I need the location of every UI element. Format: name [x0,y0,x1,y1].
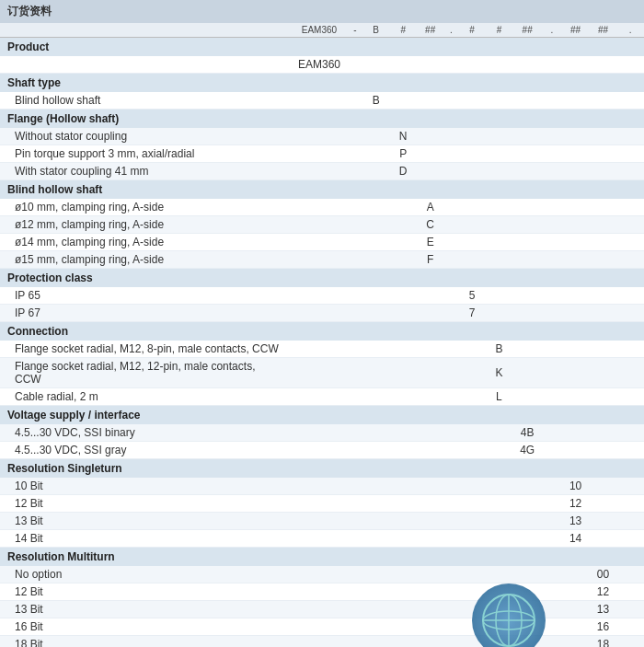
row-cell [486,566,512,583]
model-row: EAM360 [0,56,644,74]
row-cell [348,618,362,636]
row-cell [458,495,485,513]
row-cell [389,530,417,548]
row-cell [542,163,561,180]
model-cell [362,56,389,74]
section-row: Voltage supply / interface [0,406,644,425]
row-cell [562,601,590,618]
data-row: 13 Bit13 [0,513,644,530]
row-cell [291,513,348,530]
row-cell [458,636,485,648]
row-cell [542,583,561,601]
row-cell [348,495,362,513]
row-cell [512,287,542,305]
row-cell [389,358,417,388]
row-label: 10 Bit [0,478,291,495]
row-cell [443,199,458,216]
model-cell [512,56,542,74]
row-cell [291,145,348,163]
row-cell [417,583,444,601]
row-cell [458,513,485,530]
row-cell [617,234,645,251]
row-cell [617,601,645,618]
row-cell [512,128,542,145]
row-cell [362,478,389,495]
row-cell [617,305,645,322]
row-cell [417,145,444,163]
row-cell [542,92,561,110]
row-cell [443,618,458,636]
row-cell [458,478,485,495]
row-cell [458,251,485,269]
row-cell [458,128,485,145]
row-cell [542,145,561,163]
row-cell [443,424,458,442]
row-code: 14 [562,530,590,548]
col-b: B [362,23,389,38]
section-row: Product [0,38,644,57]
row-cell [389,601,417,618]
row-cell [362,583,389,601]
row-code: 16 [590,618,617,636]
row-label: With stator coupling 41 mm [0,163,291,180]
row-code: N [389,128,417,145]
row-cell [486,305,512,322]
row-code: L [486,388,512,406]
row-label: 18 Bit [0,636,291,648]
row-cell [512,251,542,269]
row-cell [417,478,444,495]
section-label: Protection class [0,269,644,288]
row-cell [512,92,542,110]
row-code: C [417,216,444,234]
row-cell [542,566,561,583]
row-cell [590,305,617,322]
col-label [0,23,291,38]
data-row: No option00 [0,566,644,583]
row-cell [512,145,542,163]
row-cell [542,234,561,251]
col-hash2: ## [417,23,444,38]
row-cell [562,442,590,459]
row-cell [562,251,590,269]
row-cell [542,287,561,305]
row-cell [417,601,444,618]
row-cell [512,478,542,495]
row-cell [486,618,512,636]
row-code: 7 [458,305,485,322]
main-table: EAM360 - B # ## . # # ## . ## ## . Produ… [0,23,644,647]
row-cell [417,618,444,636]
row-cell [512,601,542,618]
row-cell [362,495,389,513]
data-row: 12 Bit12 [0,495,644,513]
data-row: 13 Bit13 [0,601,644,618]
row-cell [389,287,417,305]
row-cell [348,163,362,180]
row-label: ø10 mm, clamping ring, A-side [0,199,291,216]
row-cell [562,163,590,180]
row-cell [443,145,458,163]
row-cell [458,442,485,459]
row-cell [512,566,542,583]
row-cell [417,163,444,180]
row-label: ø14 mm, clamping ring, A-side [0,234,291,251]
col-hash3: # [458,23,485,38]
data-row: Without stator couplingN [0,128,644,145]
row-cell [458,145,485,163]
model-cell [389,56,417,74]
row-cell [512,618,542,636]
row-cell [417,341,444,358]
row-cell [458,358,485,388]
data-row: Flange socket radial, M12, 12-pin, male … [0,358,644,388]
row-cell [542,358,561,388]
row-cell [389,636,417,648]
row-label: Flange socket radial, M12, 12-pin, male … [0,358,291,388]
section-row: Blind hollow shaft [0,180,644,200]
row-cell [389,566,417,583]
row-cell [590,530,617,548]
row-cell [458,341,485,358]
header-title: 订货资料 [7,5,52,17]
row-cell [617,145,645,163]
row-cell [542,478,561,495]
row-cell [590,251,617,269]
row-cell [590,287,617,305]
